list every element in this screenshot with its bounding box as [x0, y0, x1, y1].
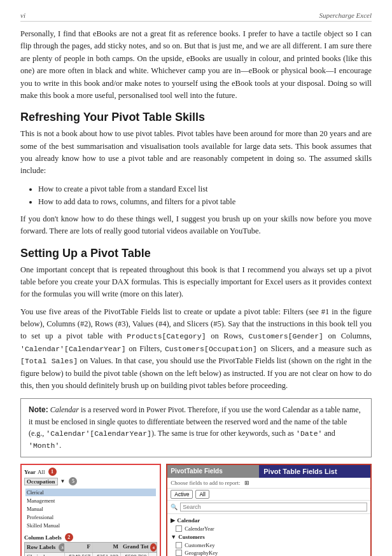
customers-group: ▼ Customers — [171, 532, 367, 541]
note-text3: and — [322, 429, 335, 438]
bullet-1: How to create a pivot table from a stand… — [38, 183, 372, 195]
row-total-clerical: $500,760 — [121, 553, 149, 556]
calendar-group-label: Calendar — [177, 517, 200, 524]
bullet-2: How to add data to rows, columns, and fi… — [38, 195, 372, 208]
fields-title-area: PivotTable Fields Pivot Table Fields Lis… — [167, 465, 370, 478]
fields-panel-subtitle: PivotTable Fields — [167, 465, 259, 478]
pivot-table-box: Year All 1 Occupation ▼ 5 Clerical Manag… — [20, 464, 161, 556]
field-calendaryear: CalendarYear — [171, 525, 367, 532]
field-geographykey: GeographyKey — [171, 549, 367, 556]
pivot-num5: 5 — [69, 477, 77, 485]
col-labels-header: Column Labels 2 — [24, 533, 157, 541]
row-m-clerical: $251,193 — [93, 553, 121, 556]
active-tab[interactable]: Active — [171, 490, 193, 499]
note-text4: . — [59, 441, 61, 450]
search-icon: 🔍 — [171, 504, 178, 510]
occupation-label: Occupation — [24, 478, 58, 485]
fields-search-area: 🔍 — [167, 501, 370, 514]
occ-manual[interactable]: Manual — [25, 505, 156, 513]
customers-group-label: Customers — [178, 534, 205, 540]
customerkey-checkbox[interactable] — [176, 542, 182, 548]
col-m-header: M — [93, 543, 121, 552]
calendar-group: ▶ Calendar — [171, 516, 367, 525]
customers-expand-icon: ▼ — [171, 534, 176, 540]
note-text2: ). The same is true for other keywords, … — [151, 429, 296, 438]
section1-bullets: How to create a pivot table from a stand… — [38, 183, 372, 208]
pivot-num3: 3 — [59, 543, 65, 552]
customerkey-label: CustomerKey — [185, 542, 214, 548]
note-italic: Calendar — [50, 405, 79, 414]
row-labels-header: Row Labels 3 — [25, 543, 65, 552]
fields-panel-title: Pivot Table Fields List — [259, 465, 370, 478]
pivot-filter-row: Year All 1 — [24, 468, 157, 476]
pivot-num4: 4 — [150, 543, 157, 552]
col-total-header: Grand Total — [121, 543, 149, 552]
section1-heading: Refreshing Your Pivot Table Skills — [20, 111, 372, 124]
note-label: Note: — [29, 405, 48, 414]
note-code1: 'Calendar'[CalendarYear] — [46, 429, 151, 438]
section2-para2: You use five areas of the PivotTable Fie… — [20, 306, 372, 393]
section1-para2: If you don't know how to do these things… — [20, 213, 372, 238]
col-labels-text: Column Labels — [24, 534, 62, 541]
occupation-list: Clerical Management Manual Professional … — [24, 487, 157, 531]
page-number-left: vi — [20, 11, 25, 19]
fields-label: Choose fields to add to report: — [171, 480, 240, 486]
calendar-expand-icon: ▶ — [171, 517, 175, 524]
fields-panel: PivotTable Fields Pivot Table Fields Lis… — [166, 464, 372, 556]
fields-search-input[interactable] — [180, 503, 367, 511]
pivot-data-table: Row Labels 3 F M Grand Total 4 — [24, 542, 157, 556]
occ-clerical[interactable]: Clerical — [25, 489, 156, 496]
pivot-num1: 1 — [48, 468, 57, 476]
geographykey-checkbox[interactable] — [176, 550, 182, 556]
calendaryear-label: CalendarYear — [185, 525, 214, 532]
pivot-filter-value: All — [38, 469, 45, 475]
pivot-filter-label: Year — [24, 469, 36, 475]
section2-para1: One important concept that is repeated t… — [20, 264, 372, 301]
occ-management[interactable]: Management — [25, 497, 156, 504]
figure-area: Year All 1 Occupation ▼ 5 Clerical Manag… — [20, 464, 372, 556]
pivot-table-area: Year All 1 Occupation ▼ 5 Clerical Manag… — [20, 464, 161, 556]
fields-active-all: Active All — [167, 489, 370, 501]
row-f-clerical: $249,567 — [65, 553, 93, 556]
occupation-filter-icon: ▼ — [60, 478, 66, 484]
calendaryear-checkbox[interactable] — [176, 525, 182, 532]
field-customerkey: CustomerKey — [171, 541, 367, 549]
fields-list: ▶ Calendar CalendarYear ▼ Customers Cust… — [167, 514, 370, 556]
filter-icon[interactable]: ⊞ — [244, 480, 249, 486]
section1-para1: This is not a book about how to use pivo… — [20, 128, 372, 177]
intro-paragraph: Personally, I find that eBooks are not a… — [20, 28, 372, 102]
pivot-occupation-row: Occupation ▼ 5 — [24, 477, 157, 485]
book-title: Supercharge Excel — [319, 11, 372, 19]
table-row: Clerical $249,567 $251,193 $500,760 — [25, 553, 157, 556]
geographykey-label: GeographyKey — [185, 550, 218, 556]
page-header: vi Supercharge Excel — [20, 11, 372, 22]
note-code3: 'Month' — [29, 441, 59, 450]
pivot-num4-container: 4 — [149, 543, 157, 552]
row-name-clerical: Clerical — [25, 553, 65, 556]
col-f-header: F — [65, 543, 93, 552]
note-code2: 'Date' — [296, 429, 322, 438]
note-box: Note: Calendar is a reserved word in Pow… — [20, 398, 372, 457]
pivot-col-labels-area: Column Labels 2 Row Labels 3 F M — [24, 533, 157, 556]
pivot-table-header: Row Labels 3 F M Grand Total 4 — [25, 543, 157, 553]
all-tab[interactable]: All — [195, 490, 209, 499]
pivot-num2: 2 — [65, 533, 73, 541]
spacer — [149, 553, 157, 556]
fields-tabs: Choose fields to add to report: ⊞ — [167, 478, 370, 489]
occ-professional[interactable]: Professional — [25, 513, 156, 521]
occ-skilled[interactable]: Skilled Manual — [25, 522, 156, 529]
section2-heading: Setting Up a Pivot Table — [20, 247, 372, 260]
